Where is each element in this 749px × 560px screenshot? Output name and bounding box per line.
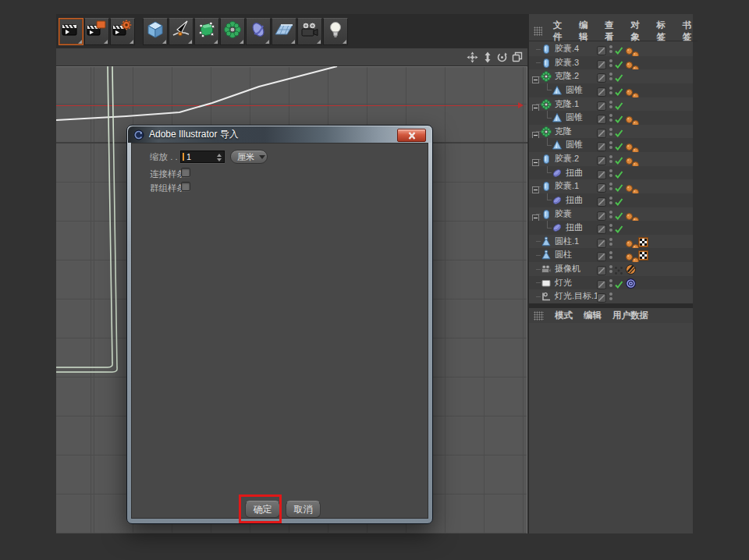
object-row[interactable]: 克隆.1 — [529, 97, 693, 112]
menu-item-编辑[interactable]: 编辑 — [584, 310, 602, 321]
object-label[interactable]: 胶囊.4 — [555, 42, 579, 56]
menu-item-用户数据[interactable]: 用户数据 — [612, 310, 648, 321]
scale-value: 1 — [186, 152, 191, 161]
dolly-view-icon[interactable] — [481, 51, 493, 63]
object-row[interactable]: 圆锥 — [529, 138, 693, 152]
object-label[interactable]: 灯光.目标.1 — [555, 289, 598, 303]
viewport-header-bar — [56, 48, 527, 66]
toggle-view-icon[interactable] — [511, 51, 523, 63]
object-row[interactable]: 灯光.目标.1 — [529, 289, 693, 303]
render-settings-button[interactable] — [110, 18, 135, 45]
object-label[interactable]: 克隆 — [555, 125, 572, 139]
object-row[interactable]: 胶囊.3 — [529, 56, 693, 70]
ai-import-dialog: Adobe Illustrator 导入 缩放 . . . 1 厘米 连接样条 … — [126, 125, 433, 524]
generator-button[interactable] — [220, 18, 245, 45]
subdivision-surface-button[interactable] — [194, 18, 219, 45]
object-label[interactable]: 胶囊 — [555, 207, 572, 222]
menu-item-对象[interactable]: 对象 — [630, 19, 645, 43]
rotate-view-icon[interactable] — [496, 51, 508, 63]
submenu-triangle-icon — [188, 40, 192, 44]
object-row[interactable]: 胶囊.2 — [529, 152, 693, 166]
deformer-button[interactable] — [246, 18, 271, 45]
object-row[interactable]: 圆锥 — [529, 111, 693, 125]
close-button[interactable] — [397, 129, 426, 142]
menu-item-标签[interactable]: 标签 — [657, 19, 672, 43]
object-label[interactable]: 胶囊.1 — [555, 179, 579, 193]
render-picture-viewer-button[interactable] — [84, 18, 109, 45]
object-row[interactable]: 克隆.2 — [529, 69, 693, 83]
menu-item-编辑[interactable]: 编辑 — [579, 19, 594, 43]
object-row[interactable]: 扭曲 — [529, 166, 693, 180]
object-label[interactable]: 扭曲 — [566, 221, 583, 235]
floor-button[interactable] — [272, 18, 296, 45]
cancel-button[interactable]: 取消 — [286, 501, 321, 518]
object-label[interactable]: 圆锥 — [566, 83, 583, 97]
submenu-triangle-icon — [78, 40, 82, 44]
viewport-controls — [467, 51, 523, 63]
object-row[interactable]: 胶囊.4 — [529, 42, 693, 56]
unit-dropdown[interactable]: 厘米 — [230, 150, 268, 164]
object-manager-menubar: 文件编辑查看对象标签书签 — [529, 22, 698, 41]
connect-splines-checkbox[interactable] — [181, 168, 190, 177]
spinner-down-icon[interactable] — [217, 158, 222, 161]
object-label[interactable]: 扭曲 — [566, 166, 583, 180]
screenshot-root: { "toolbar": { "groups": [ {"name": "ren… — [0, 0, 749, 560]
submenu-triangle-icon — [317, 40, 321, 44]
attribute-manager-menubar: 模式编辑用户数据 — [529, 308, 698, 323]
object-manager-list: 胶囊.4胶囊.3克隆.2圆锥克隆.1圆锥克隆圆锥胶囊.2扭曲胶囊.1扭曲胶囊扭曲… — [529, 42, 693, 303]
object-row[interactable]: 灯光 — [529, 276, 693, 290]
object-label[interactable]: 胶囊.3 — [555, 56, 579, 70]
menu-item-书签[interactable]: 书签 — [683, 19, 698, 43]
object-label[interactable]: 摄像机 — [555, 262, 580, 276]
scale-spinner[interactable] — [217, 154, 222, 161]
visibility-dots-icon[interactable] — [609, 291, 613, 303]
object-row[interactable]: 克隆 — [529, 125, 693, 139]
object-label[interactable]: 圆柱.1 — [555, 235, 579, 249]
menu-item-文件[interactable]: 文件 — [553, 19, 568, 43]
dialog-content: 缩放 . . . 1 厘米 连接样条 群组样条 确定 取消 — [131, 143, 428, 519]
object-row[interactable]: 扭曲 — [529, 193, 693, 207]
spline-white — [56, 66, 337, 120]
submenu-triangle-icon — [343, 40, 346, 44]
object-label[interactable]: 克隆.1 — [555, 97, 579, 112]
spinner-up-icon[interactable] — [217, 154, 222, 157]
scale-label: 缩放 . . . — [150, 151, 183, 163]
cube-primitive-button[interactable] — [143, 18, 168, 45]
visibility-toggle-icon[interactable] — [597, 292, 606, 303]
spline-outline-outer — [56, 66, 112, 367]
object-label[interactable]: 灯光 — [555, 276, 572, 290]
menu-item-模式[interactable]: 模式 — [555, 310, 573, 321]
object-row[interactable]: 圆锥 — [529, 83, 693, 97]
render-view-button[interactable] — [59, 18, 83, 45]
object-label[interactable]: 圆柱 — [555, 248, 572, 262]
menu-item-查看[interactable]: 查看 — [605, 19, 619, 43]
dialog-title: Adobe Illustrator 导入 — [149, 128, 239, 141]
object-label[interactable]: 扭曲 — [566, 193, 583, 207]
object-label[interactable]: 胶囊.2 — [555, 152, 579, 166]
object-row[interactable]: 圆柱.1 — [529, 235, 693, 249]
right-panel: 文件编辑查看对象标签书签 胶囊.4胶囊.3克隆.2圆锥克隆.1圆锥克隆圆锥胶囊.… — [529, 14, 693, 533]
group-splines-checkbox[interactable] — [181, 182, 190, 191]
object-label[interactable]: 圆锥 — [566, 111, 583, 125]
submenu-triangle-icon — [162, 40, 166, 44]
object-row[interactable]: 摄像机 — [529, 262, 693, 276]
null-target-icon — [541, 291, 552, 303]
dialog-titlebar[interactable]: Adobe Illustrator 导入 — [128, 126, 431, 143]
object-row[interactable]: 胶囊.1 — [529, 179, 693, 193]
object-label[interactable]: 克隆.2 — [555, 69, 579, 83]
object-row[interactable]: 圆柱 — [529, 248, 693, 262]
camera-button[interactable] — [297, 18, 322, 45]
light-button[interactable] — [323, 18, 348, 45]
chevron-down-icon — [259, 155, 265, 159]
scale-input[interactable]: 1 — [180, 151, 225, 163]
attribute-manager-area — [529, 323, 693, 533]
cinema4d-logo-icon — [133, 129, 144, 140]
object-row[interactable]: 扭曲 — [529, 221, 693, 235]
object-row[interactable]: 胶囊 — [529, 207, 693, 222]
pan-view-icon[interactable] — [467, 51, 478, 63]
grip-handle-icon[interactable] — [534, 311, 544, 321]
grip-handle-icon[interactable] — [534, 27, 542, 36]
submenu-triangle-icon — [265, 40, 269, 44]
object-label[interactable]: 圆锥 — [566, 138, 583, 152]
spline-pen-button[interactable] — [169, 18, 193, 45]
